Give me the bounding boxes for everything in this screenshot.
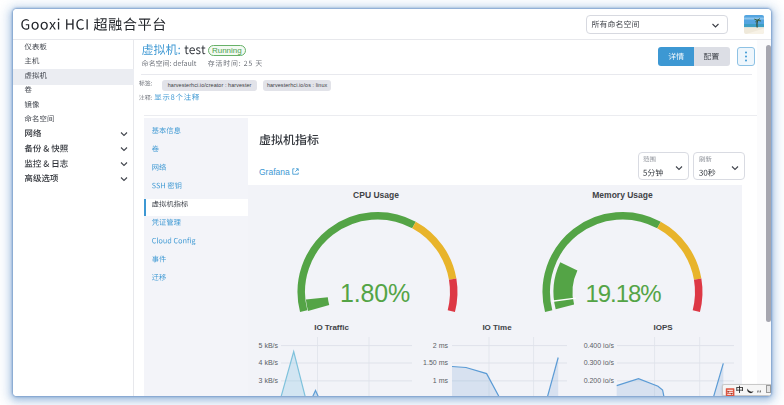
- svg-text:5 kB/s: 5 kB/s: [259, 342, 279, 349]
- svg-text:IO Traffic: IO Traffic: [314, 323, 349, 332]
- svg-text:2 ms: 2 ms: [433, 342, 449, 349]
- svg-text:0.300 io/s: 0.300 io/s: [584, 359, 615, 366]
- svg-text:IOPS: IOPS: [653, 323, 673, 332]
- svg-text:19.18%: 19.18%: [586, 280, 662, 307]
- svg-text:1.80%: 1.80%: [340, 279, 410, 307]
- svg-text:CPU Usage: CPU Usage: [353, 190, 399, 200]
- svg-text:IO Time: IO Time: [482, 323, 512, 332]
- svg-text:Memory Usage: Memory Usage: [592, 190, 653, 200]
- svg-text:1 ms: 1 ms: [433, 377, 449, 384]
- svg-text:0.200 io/s: 0.200 io/s: [584, 377, 615, 384]
- svg-text:1.50 ms: 1.50 ms: [423, 359, 448, 366]
- svg-text:0.400 io/s: 0.400 io/s: [584, 342, 615, 349]
- svg-text:3 kB/s: 3 kB/s: [259, 377, 279, 384]
- svg-text:4 kB/s: 4 kB/s: [259, 359, 279, 366]
